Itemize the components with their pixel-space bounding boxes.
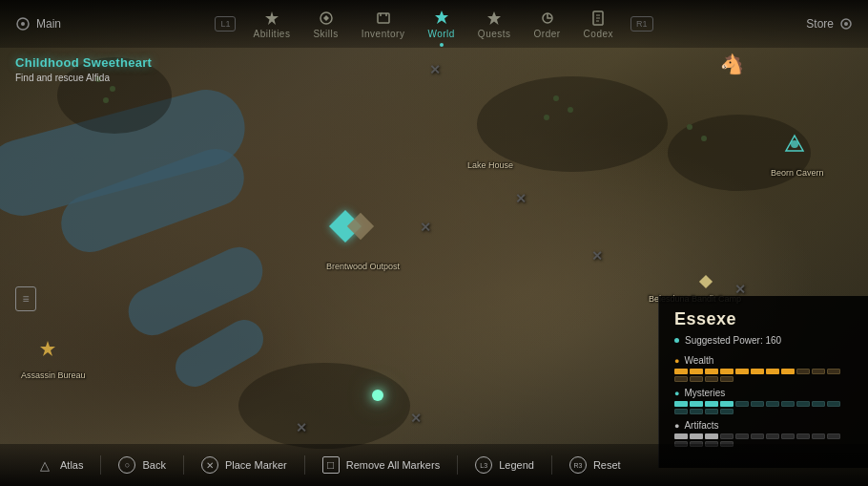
store-icon: [839, 17, 853, 31]
stat-segment: [735, 401, 749, 407]
tab-abilities[interactable]: Abilities: [243, 6, 300, 43]
stat-segment: [705, 369, 718, 374]
tab-inventory[interactable]: Inventory: [352, 6, 415, 43]
stat-segment: [827, 433, 840, 439]
stat-segment: [781, 401, 795, 407]
map-x-6: ✕: [410, 411, 422, 426]
artifacts-stat-row: ● Artifacts: [674, 420, 853, 447]
back-icon: ○: [118, 456, 135, 474]
stat-segment: [674, 433, 688, 439]
map-x-7: ✕: [296, 420, 307, 435]
legend-button[interactable]: L3 Legend: [458, 456, 551, 474]
tree-7: [687, 124, 692, 130]
wealth-bar: [674, 369, 853, 382]
reset-button[interactable]: R3 Reset: [552, 456, 638, 474]
assassin-bureau-marker: [36, 339, 59, 366]
stat-segment: [812, 401, 825, 407]
stat-segment: [690, 369, 703, 374]
stat-segment: [827, 401, 840, 407]
map-x-2: ✕: [515, 191, 527, 206]
back-button[interactable]: ○ Back: [101, 456, 182, 474]
stat-segment: [812, 369, 825, 374]
bumper-r1: R1: [630, 16, 653, 32]
svg-point-3: [21, 22, 25, 26]
stat-segment: [720, 376, 734, 382]
stat-segment: [705, 401, 718, 407]
quest-objective-dot: [372, 390, 383, 401]
remove-markers-button[interactable]: □ Remove All Markers: [305, 456, 457, 474]
beorn-cavern-label: Beorn Cavern: [771, 168, 824, 178]
map-x-5: ✕: [420, 220, 431, 235]
tree-6: [544, 115, 549, 120]
tab-codex[interactable]: Codex: [574, 6, 623, 43]
remove-markers-icon: □: [322, 456, 340, 474]
stat-segment: [674, 369, 688, 374]
stat-segment: [751, 401, 764, 407]
horse-icon: 🐴: [720, 53, 744, 75]
stat-segment: [812, 433, 825, 439]
stat-segment: [766, 369, 779, 374]
stat-segment: [735, 433, 749, 439]
main-icon: [15, 16, 31, 32]
atlas-icon: △: [36, 456, 53, 474]
stat-segment: [705, 376, 718, 382]
stat-segment: [720, 401, 734, 407]
tab-world[interactable]: World: [418, 6, 464, 43]
bullet-dot: [674, 338, 679, 343]
stat-segment: [781, 369, 795, 374]
legend-icon: L3: [475, 456, 492, 474]
reset-label: Reset: [593, 459, 621, 471]
stat-segment: [720, 369, 734, 374]
tree-5: [568, 107, 573, 113]
stat-segment: [705, 409, 718, 414]
scroll-icon: ≡: [15, 286, 36, 311]
wealth-label: ● Wealth: [674, 355, 853, 366]
essexe-panel: Essexe Suggested Power: 160 ● Wealth ● M…: [658, 296, 868, 468]
svg-point-1: [791, 140, 798, 148]
terrain-patch: [477, 76, 668, 172]
terrain-patch: [238, 363, 410, 449]
place-marker-button[interactable]: ✕ Place Marker: [184, 456, 304, 474]
legend-label: Legend: [499, 459, 534, 471]
stat-segment: [766, 401, 779, 407]
svg-rect-5: [378, 13, 389, 23]
bottom-navigation: △ Atlas ○ Back ✕ Place Marker □ Remove A…: [0, 444, 868, 486]
stat-segment: [781, 433, 795, 439]
tree-3: [103, 97, 109, 103]
tree-4: [553, 95, 559, 101]
stat-segment: [796, 401, 810, 407]
suggested-power-label: Suggested Power: 160: [685, 335, 781, 346]
tab-quests[interactable]: Quests: [468, 6, 521, 43]
stat-segment: [720, 409, 734, 414]
stat-segment: [766, 433, 779, 439]
back-label: Back: [142, 459, 165, 471]
svg-point-9: [844, 22, 848, 26]
stat-segment: [674, 376, 688, 382]
mysteries-stat-row: ● Mysteries: [674, 388, 853, 414]
nav-store-section: Store: [782, 17, 868, 31]
stat-segment: [690, 401, 703, 407]
mysteries-label: ● Mysteries: [674, 388, 853, 398]
stat-segment: [690, 409, 703, 414]
stat-segment: [796, 369, 810, 374]
reset-icon: R3: [569, 456, 587, 474]
beorn-cavern-icon: [784, 134, 805, 158]
stat-segment: [751, 433, 764, 439]
stat-segment: [751, 369, 764, 374]
tab-order[interactable]: Order: [525, 6, 570, 43]
brentwood-outpost-label: Brentwood Outpost: [326, 262, 400, 271]
nav-main-section: Main: [0, 16, 86, 32]
assassin-bureau-label: Assassin Bureau: [21, 370, 86, 380]
suggested-power: Suggested Power: 160: [674, 335, 853, 346]
stat-segment: [827, 369, 840, 374]
stat-segment: [690, 433, 703, 439]
atlas-label: Atlas: [60, 459, 83, 471]
nav-center: L1 Abilities Skills: [86, 6, 782, 43]
tab-skills[interactable]: Skills: [303, 6, 347, 43]
atlas-button[interactable]: △ Atlas: [19, 456, 100, 474]
stat-segment: [674, 401, 688, 407]
stat-segment: [705, 433, 718, 439]
mysteries-bar: [674, 401, 853, 414]
wealth-stat-row: ● Wealth: [674, 355, 853, 382]
quest-subtitle: Find and rescue Alfida: [15, 73, 152, 83]
